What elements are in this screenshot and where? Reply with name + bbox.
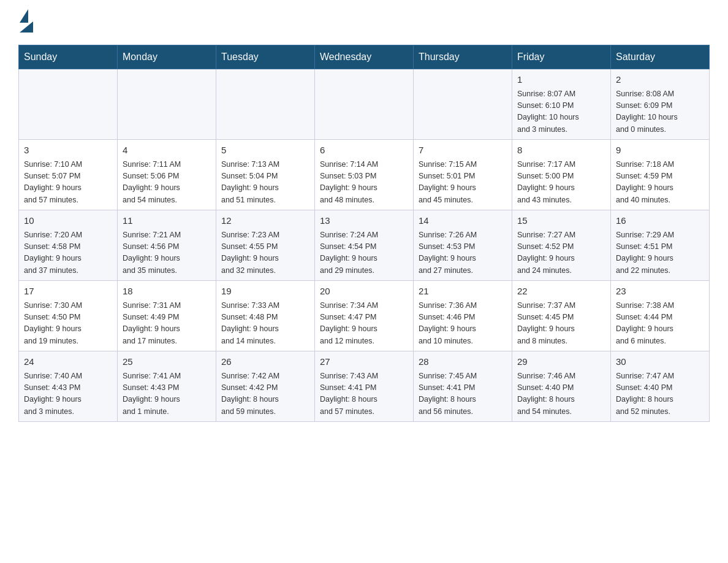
day-number: 4 [123, 144, 211, 158]
day-number: 16 [616, 214, 704, 228]
day-number: 13 [320, 214, 408, 228]
day-info: Sunrise: 7:30 AMSunset: 4:50 PMDaylight:… [24, 300, 112, 348]
weekday-header-saturday: Saturday [611, 45, 710, 69]
calendar-cell: 1Sunrise: 8:07 AMSunset: 6:10 PMDaylight… [512, 69, 611, 140]
calendar-cell: 25Sunrise: 7:41 AMSunset: 4:43 PMDayligh… [118, 351, 216, 422]
day-info: Sunrise: 7:20 AMSunset: 4:58 PMDaylight:… [24, 229, 112, 277]
calendar-cell: 18Sunrise: 7:31 AMSunset: 4:49 PMDayligh… [118, 281, 216, 351]
day-info: Sunrise: 7:33 AMSunset: 4:48 PMDaylight:… [221, 300, 309, 348]
calendar-cell: 4Sunrise: 7:11 AMSunset: 5:06 PMDaylight… [118, 140, 216, 210]
calendar-cell: 5Sunrise: 7:13 AMSunset: 5:04 PMDaylight… [216, 140, 315, 210]
day-number: 3 [24, 144, 112, 158]
weekday-header-sunday: Sunday [19, 45, 118, 69]
calendar-cell: 13Sunrise: 7:24 AMSunset: 4:54 PMDayligh… [315, 210, 414, 281]
day-number: 21 [419, 285, 507, 299]
day-info: Sunrise: 7:21 AMSunset: 4:56 PMDaylight:… [123, 229, 211, 277]
weekday-header-wednesday: Wednesday [315, 45, 414, 69]
day-number: 1 [517, 73, 605, 87]
day-info: Sunrise: 8:07 AMSunset: 6:10 PMDaylight:… [517, 88, 605, 136]
calendar-cell: 30Sunrise: 7:47 AMSunset: 4:40 PMDayligh… [611, 351, 710, 422]
weekday-header-friday: Friday [512, 45, 611, 69]
day-info: Sunrise: 7:38 AMSunset: 4:44 PMDaylight:… [616, 300, 704, 348]
calendar-cell: 3Sunrise: 7:10 AMSunset: 5:07 PMDaylight… [19, 140, 118, 210]
day-info: Sunrise: 7:41 AMSunset: 4:43 PMDaylight:… [123, 370, 211, 418]
calendar-cell: 2Sunrise: 8:08 AMSunset: 6:09 PMDaylight… [611, 69, 710, 140]
day-number: 19 [221, 285, 309, 299]
calendar-cell: 29Sunrise: 7:46 AMSunset: 4:40 PMDayligh… [512, 351, 611, 422]
calendar-cell [216, 69, 315, 140]
day-info: Sunrise: 7:10 AMSunset: 5:07 PMDaylight:… [24, 159, 112, 207]
day-info: Sunrise: 8:08 AMSunset: 6:09 PMDaylight:… [616, 88, 704, 136]
calendar-cell [414, 69, 512, 140]
weekday-header-monday: Monday [118, 45, 216, 69]
calendar-cell: 8Sunrise: 7:17 AMSunset: 5:00 PMDaylight… [512, 140, 611, 210]
day-info: Sunrise: 7:34 AMSunset: 4:47 PMDaylight:… [320, 300, 408, 348]
day-number: 18 [123, 285, 211, 299]
weekday-header-row: SundayMondayTuesdayWednesdayThursdayFrid… [19, 45, 710, 69]
calendar-cell: 7Sunrise: 7:15 AMSunset: 5:01 PMDaylight… [414, 140, 512, 210]
day-info: Sunrise: 7:43 AMSunset: 4:41 PMDaylight:… [320, 370, 408, 418]
calendar-table: SundayMondayTuesdayWednesdayThursdayFrid… [18, 45, 710, 422]
day-number: 30 [616, 355, 704, 369]
day-info: Sunrise: 7:45 AMSunset: 4:41 PMDaylight:… [419, 370, 507, 418]
day-info: Sunrise: 7:15 AMSunset: 5:01 PMDaylight:… [419, 159, 507, 207]
day-number: 25 [123, 355, 211, 369]
day-info: Sunrise: 7:14 AMSunset: 5:03 PMDaylight:… [320, 159, 408, 207]
day-number: 10 [24, 214, 112, 228]
day-info: Sunrise: 7:11 AMSunset: 5:06 PMDaylight:… [123, 159, 211, 207]
day-number: 9 [616, 144, 704, 158]
day-info: Sunrise: 7:18 AMSunset: 4:59 PMDaylight:… [616, 159, 704, 207]
calendar-week-row: 24Sunrise: 7:40 AMSunset: 4:43 PMDayligh… [19, 351, 710, 422]
day-info: Sunrise: 7:27 AMSunset: 4:52 PMDaylight:… [517, 229, 605, 277]
calendar-cell: 6Sunrise: 7:14 AMSunset: 5:03 PMDaylight… [315, 140, 414, 210]
day-info: Sunrise: 7:46 AMSunset: 4:40 PMDaylight:… [517, 370, 605, 418]
day-number: 15 [517, 214, 605, 228]
day-number: 26 [221, 355, 309, 369]
calendar-cell: 19Sunrise: 7:33 AMSunset: 4:48 PMDayligh… [216, 281, 315, 351]
day-info: Sunrise: 7:23 AMSunset: 4:55 PMDaylight:… [221, 229, 309, 277]
day-number: 23 [616, 285, 704, 299]
day-number: 24 [24, 355, 112, 369]
calendar-cell: 16Sunrise: 7:29 AMSunset: 4:51 PMDayligh… [611, 210, 710, 281]
day-info: Sunrise: 7:24 AMSunset: 4:54 PMDaylight:… [320, 229, 408, 277]
calendar-cell: 17Sunrise: 7:30 AMSunset: 4:50 PMDayligh… [19, 281, 118, 351]
calendar-cell: 20Sunrise: 7:34 AMSunset: 4:47 PMDayligh… [315, 281, 414, 351]
calendar-cell: 11Sunrise: 7:21 AMSunset: 4:56 PMDayligh… [118, 210, 216, 281]
day-info: Sunrise: 7:26 AMSunset: 4:53 PMDaylight:… [419, 229, 507, 277]
calendar-cell [19, 69, 118, 140]
calendar-cell: 12Sunrise: 7:23 AMSunset: 4:55 PMDayligh… [216, 210, 315, 281]
day-number: 29 [517, 355, 605, 369]
day-number: 6 [320, 144, 408, 158]
calendar-cell: 27Sunrise: 7:43 AMSunset: 4:41 PMDayligh… [315, 351, 414, 422]
calendar-cell [118, 69, 216, 140]
day-number: 27 [320, 355, 408, 369]
day-info: Sunrise: 7:47 AMSunset: 4:40 PMDaylight:… [616, 370, 704, 418]
day-info: Sunrise: 7:31 AMSunset: 4:49 PMDaylight:… [123, 300, 211, 348]
day-number: 28 [419, 355, 507, 369]
calendar-cell: 15Sunrise: 7:27 AMSunset: 4:52 PMDayligh… [512, 210, 611, 281]
calendar-cell: 9Sunrise: 7:18 AMSunset: 4:59 PMDaylight… [611, 140, 710, 210]
logo [18, 12, 36, 33]
logo-triangle-icon [20, 9, 28, 23]
calendar-cell: 21Sunrise: 7:36 AMSunset: 4:46 PMDayligh… [414, 281, 512, 351]
day-number: 11 [123, 214, 211, 228]
page-header [18, 12, 710, 33]
calendar-cell: 22Sunrise: 7:37 AMSunset: 4:45 PMDayligh… [512, 281, 611, 351]
day-number: 17 [24, 285, 112, 299]
day-info: Sunrise: 7:42 AMSunset: 4:42 PMDaylight:… [221, 370, 309, 418]
day-number: 22 [517, 285, 605, 299]
calendar-cell: 14Sunrise: 7:26 AMSunset: 4:53 PMDayligh… [414, 210, 512, 281]
calendar-week-row: 10Sunrise: 7:20 AMSunset: 4:58 PMDayligh… [19, 210, 710, 281]
calendar-week-row: 1Sunrise: 8:07 AMSunset: 6:10 PMDaylight… [19, 69, 710, 140]
calendar-cell [315, 69, 414, 140]
day-number: 20 [320, 285, 408, 299]
day-number: 7 [419, 144, 507, 158]
day-info: Sunrise: 7:37 AMSunset: 4:45 PMDaylight:… [517, 300, 605, 348]
day-info: Sunrise: 7:29 AMSunset: 4:51 PMDaylight:… [616, 229, 704, 277]
logo-blue-triangle-icon [20, 21, 33, 33]
day-number: 12 [221, 214, 309, 228]
day-number: 8 [517, 144, 605, 158]
weekday-header-tuesday: Tuesday [216, 45, 315, 69]
calendar-week-row: 17Sunrise: 7:30 AMSunset: 4:50 PMDayligh… [19, 281, 710, 351]
calendar-cell: 24Sunrise: 7:40 AMSunset: 4:43 PMDayligh… [19, 351, 118, 422]
